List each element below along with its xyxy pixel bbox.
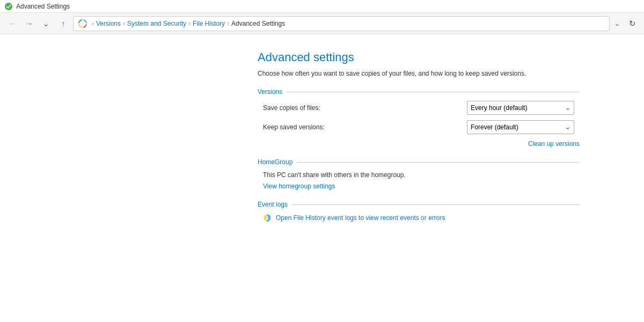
- breadcrumb-file-history[interactable]: File History: [193, 20, 225, 27]
- versions-section: Versions Save copies of files: Every hou…: [258, 88, 580, 148]
- event-logs-body: Open File History event logs to view rec…: [258, 214, 580, 222]
- homegroup-body: This PC can't share with others in the h…: [258, 171, 580, 190]
- versions-divider: [287, 92, 580, 92]
- event-logs-header: Event logs: [258, 201, 580, 208]
- page-title: Advanced settings: [258, 50, 644, 64]
- back-icon: ←: [8, 19, 16, 28]
- refresh-button[interactable]: ↻: [625, 16, 640, 31]
- event-logs-label: Event logs: [258, 201, 288, 208]
- versions-body: Save copies of files: Every hour (defaul…: [258, 101, 580, 148]
- homegroup-section: HomeGroup This PC can't share with other…: [258, 158, 580, 190]
- keep-versions-select[interactable]: Forever (default) 1 month 3 months 6 mon…: [467, 120, 574, 134]
- breadcrumb-system-security[interactable]: System and Security: [127, 20, 186, 27]
- down-button[interactable]: ⌄: [39, 16, 54, 31]
- view-homegroup-link[interactable]: View homegroup settings: [263, 182, 335, 190]
- svg-rect-3: [267, 218, 268, 220]
- refresh-icon: ↻: [629, 19, 636, 28]
- clean-up-versions-link[interactable]: Clean up versions: [528, 140, 580, 148]
- keep-versions-select-wrapper: Forever (default) 1 month 3 months 6 mon…: [467, 120, 574, 134]
- homegroup-header: HomeGroup: [258, 158, 580, 166]
- breadcrumb-advanced-settings: Advanced Settings: [231, 20, 285, 27]
- nav-bar: ← → ⌄ ↑ › Versions › System and Security…: [0, 13, 644, 34]
- file-history-icon: [78, 19, 87, 28]
- up-icon: ↑: [62, 19, 65, 28]
- save-copies-select[interactable]: Every hour (default) Every 10 minutes Ev…: [467, 101, 574, 115]
- nav-right: ⌄ ↻: [612, 16, 640, 31]
- open-event-logs-link[interactable]: Open File History event logs to view rec…: [276, 214, 445, 222]
- svg-point-0: [5, 3, 12, 10]
- versions-label: Versions: [258, 88, 282, 96]
- event-log-link-container: Open File History event logs to view rec…: [263, 214, 580, 222]
- svg-rect-2: [267, 216, 268, 217]
- homegroup-divider: [297, 162, 580, 163]
- save-copies-select-wrapper: Every hour (default) Every 10 minutes Ev…: [467, 101, 574, 115]
- homegroup-label: HomeGroup: [258, 158, 292, 166]
- keep-versions-label: Keep saved versions:: [263, 123, 467, 131]
- save-copies-row: Save copies of files: Every hour (defaul…: [263, 101, 580, 115]
- window-icon: [4, 2, 13, 11]
- homegroup-link-container: View homegroup settings: [263, 182, 580, 190]
- page-subtitle: Choose how often you want to save copies…: [258, 70, 644, 77]
- forward-button[interactable]: →: [21, 16, 36, 31]
- back-button[interactable]: ←: [4, 16, 19, 31]
- down-icon: ⌄: [43, 19, 49, 28]
- homegroup-text: This PC can't share with others in the h…: [263, 171, 580, 179]
- up-button[interactable]: ↑: [56, 16, 71, 31]
- title-bar: Advanced Settings: [0, 0, 644, 13]
- breadcrumb-sep1: ›: [92, 20, 94, 27]
- event-logs-divider: [292, 204, 580, 205]
- keep-versions-row: Keep saved versions: Forever (default) 1…: [263, 120, 580, 134]
- event-logs-section: Event logs Open File History event logs …: [258, 201, 580, 222]
- breadcrumb: › Versions › System and Security › File …: [73, 16, 610, 31]
- breadcrumb-dropdown-button[interactable]: ⌄: [612, 16, 623, 31]
- versions-header: Versions: [258, 88, 580, 96]
- breadcrumb-control-panel[interactable]: Versions: [96, 20, 121, 27]
- main-content: Advanced settings Choose how often you w…: [0, 34, 644, 222]
- dropdown-icon: ⌄: [614, 20, 620, 27]
- forward-icon: →: [25, 19, 33, 28]
- title-bar-text: Advanced Settings: [16, 3, 70, 10]
- clean-up-link-container: Clean up versions: [263, 140, 580, 148]
- save-copies-label: Save copies of files:: [263, 104, 467, 112]
- shield-icon: [263, 214, 272, 222]
